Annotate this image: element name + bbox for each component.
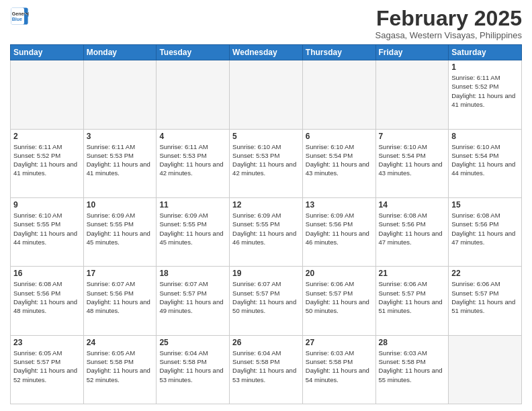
day-info: Sunrise: 6:07 AM Sunset: 5:57 PM Dayligh… xyxy=(159,279,226,315)
day-info: Sunrise: 6:09 AM Sunset: 5:55 PM Dayligh… xyxy=(232,211,300,246)
calendar-cell: 6Sunrise: 6:10 AM Sunset: 5:54 PM Daylig… xyxy=(302,129,375,197)
calendar-cell: 20Sunrise: 6:06 AM Sunset: 5:57 PM Dayli… xyxy=(302,267,375,335)
svg-text:Blue: Blue xyxy=(12,17,22,21)
calendar-cell: 10Sunrise: 6:09 AM Sunset: 5:55 PM Dayli… xyxy=(83,197,157,266)
day-number: 13 xyxy=(306,200,373,210)
day-info: Sunrise: 6:08 AM Sunset: 5:56 PM Dayligh… xyxy=(451,211,519,246)
calendar-cell: 25Sunrise: 6:04 AM Sunset: 5:58 PM Dayli… xyxy=(157,335,230,404)
calendar-week-0: 1Sunrise: 6:11 AM Sunset: 5:52 PM Daylig… xyxy=(11,60,522,129)
day-number: 10 xyxy=(87,200,154,210)
calendar-cell: 11Sunrise: 6:09 AM Sunset: 5:55 PM Dayli… xyxy=(157,197,230,266)
day-number: 4 xyxy=(159,132,226,141)
calendar-cell: 5Sunrise: 6:10 AM Sunset: 5:53 PM Daylig… xyxy=(230,129,303,197)
day-info: Sunrise: 6:11 AM Sunset: 5:53 PM Dayligh… xyxy=(87,142,154,178)
day-info: Sunrise: 6:10 AM Sunset: 5:54 PM Dayligh… xyxy=(306,142,373,178)
day-info: Sunrise: 6:06 AM Sunset: 5:57 PM Dayligh… xyxy=(379,279,446,315)
day-info: Sunrise: 6:07 AM Sunset: 5:56 PM Dayligh… xyxy=(87,279,154,315)
calendar-cell: 26Sunrise: 6:04 AM Sunset: 5:58 PM Dayli… xyxy=(230,335,303,404)
calendar-cell: 22Sunrise: 6:06 AM Sunset: 5:57 PM Dayli… xyxy=(449,267,522,335)
day-info: Sunrise: 6:11 AM Sunset: 5:53 PM Dayligh… xyxy=(159,142,226,178)
day-number: 6 xyxy=(306,132,373,141)
day-number: 20 xyxy=(306,269,373,278)
calendar-cell: 23Sunrise: 6:05 AM Sunset: 5:57 PM Dayli… xyxy=(11,335,84,404)
calendar-header-saturday: Saturday xyxy=(449,45,522,60)
logo-icon: General Blue xyxy=(10,7,29,26)
calendar-cell xyxy=(157,60,230,129)
calendar-cell xyxy=(375,60,449,129)
day-info: Sunrise: 6:08 AM Sunset: 5:56 PM Dayligh… xyxy=(379,211,446,246)
calendar-cell: 14Sunrise: 6:08 AM Sunset: 5:56 PM Dayli… xyxy=(375,197,449,266)
header: General Blue February 2025 Sagasa, Weste… xyxy=(10,7,522,40)
day-info: Sunrise: 6:09 AM Sunset: 5:56 PM Dayligh… xyxy=(306,211,373,246)
day-number: 14 xyxy=(379,200,446,210)
day-number: 2 xyxy=(13,132,81,141)
calendar-cell: 15Sunrise: 6:08 AM Sunset: 5:56 PM Dayli… xyxy=(449,197,522,266)
day-number: 1 xyxy=(451,62,519,72)
day-info: Sunrise: 6:07 AM Sunset: 5:57 PM Dayligh… xyxy=(232,279,300,315)
calendar-week-1: 2Sunrise: 6:11 AM Sunset: 5:52 PM Daylig… xyxy=(11,129,522,197)
calendar-cell xyxy=(83,60,157,129)
day-number: 9 xyxy=(13,200,81,210)
calendar-cell: 7Sunrise: 6:10 AM Sunset: 5:54 PM Daylig… xyxy=(375,129,449,197)
calendar-header-friday: Friday xyxy=(375,45,449,60)
calendar-cell: 3Sunrise: 6:11 AM Sunset: 5:53 PM Daylig… xyxy=(83,129,157,197)
calendar-header-sunday: Sunday xyxy=(11,45,84,60)
calendar-week-4: 23Sunrise: 6:05 AM Sunset: 5:57 PM Dayli… xyxy=(11,335,522,404)
calendar-cell: 16Sunrise: 6:08 AM Sunset: 5:56 PM Dayli… xyxy=(11,267,84,335)
page: General Blue February 2025 Sagasa, Weste… xyxy=(0,0,532,411)
calendar-week-3: 16Sunrise: 6:08 AM Sunset: 5:56 PM Dayli… xyxy=(11,267,522,335)
day-number: 23 xyxy=(13,338,81,347)
day-info: Sunrise: 6:10 AM Sunset: 5:54 PM Dayligh… xyxy=(379,142,446,178)
day-number: 16 xyxy=(13,269,81,278)
calendar-cell: 1Sunrise: 6:11 AM Sunset: 5:52 PM Daylig… xyxy=(449,60,522,129)
day-number: 11 xyxy=(159,200,226,210)
calendar-cell: 24Sunrise: 6:05 AM Sunset: 5:58 PM Dayli… xyxy=(83,335,157,404)
calendar-cell: 8Sunrise: 6:10 AM Sunset: 5:54 PM Daylig… xyxy=(449,129,522,197)
day-info: Sunrise: 6:10 AM Sunset: 5:54 PM Dayligh… xyxy=(451,142,519,178)
day-number: 22 xyxy=(451,269,519,278)
calendar-header-wednesday: Wednesday xyxy=(230,45,303,60)
calendar-header-thursday: Thursday xyxy=(302,45,375,60)
day-number: 12 xyxy=(232,200,300,210)
day-number: 24 xyxy=(87,338,154,347)
calendar-cell: 4Sunrise: 6:11 AM Sunset: 5:53 PM Daylig… xyxy=(157,129,230,197)
day-info: Sunrise: 6:09 AM Sunset: 5:55 PM Dayligh… xyxy=(159,211,226,246)
title-block: February 2025 Sagasa, Western Visayas, P… xyxy=(375,7,522,40)
day-info: Sunrise: 6:10 AM Sunset: 5:53 PM Dayligh… xyxy=(232,142,300,178)
month-title: February 2025 xyxy=(375,7,522,30)
calendar-cell: 21Sunrise: 6:06 AM Sunset: 5:57 PM Dayli… xyxy=(375,267,449,335)
day-number: 27 xyxy=(306,338,373,347)
day-info: Sunrise: 6:11 AM Sunset: 5:52 PM Dayligh… xyxy=(451,73,519,109)
day-number: 8 xyxy=(451,132,519,141)
day-number: 5 xyxy=(232,132,300,141)
day-info: Sunrise: 6:03 AM Sunset: 5:58 PM Dayligh… xyxy=(379,349,446,384)
day-info: Sunrise: 6:04 AM Sunset: 5:58 PM Dayligh… xyxy=(159,349,226,384)
day-info: Sunrise: 6:05 AM Sunset: 5:57 PM Dayligh… xyxy=(13,349,81,384)
day-number: 3 xyxy=(87,132,154,141)
calendar-cell xyxy=(230,60,303,129)
calendar-cell: 17Sunrise: 6:07 AM Sunset: 5:56 PM Dayli… xyxy=(83,267,157,335)
calendar-header-monday: Monday xyxy=(83,45,157,60)
day-number: 19 xyxy=(232,269,300,278)
day-number: 17 xyxy=(87,269,154,278)
day-info: Sunrise: 6:06 AM Sunset: 5:57 PM Dayligh… xyxy=(306,279,373,315)
day-info: Sunrise: 6:06 AM Sunset: 5:57 PM Dayligh… xyxy=(451,279,519,315)
calendar-cell xyxy=(11,60,84,129)
calendar-cell: 28Sunrise: 6:03 AM Sunset: 5:58 PM Dayli… xyxy=(375,335,449,404)
calendar-cell: 12Sunrise: 6:09 AM Sunset: 5:55 PM Dayli… xyxy=(230,197,303,266)
day-info: Sunrise: 6:10 AM Sunset: 5:55 PM Dayligh… xyxy=(13,211,81,246)
calendar-table: SundayMondayTuesdayWednesdayThursdayFrid… xyxy=(10,44,522,404)
day-info: Sunrise: 6:11 AM Sunset: 5:52 PM Dayligh… xyxy=(13,142,81,178)
day-number: 15 xyxy=(451,200,519,210)
day-info: Sunrise: 6:05 AM Sunset: 5:58 PM Dayligh… xyxy=(87,349,154,384)
calendar-cell: 13Sunrise: 6:09 AM Sunset: 5:56 PM Dayli… xyxy=(302,197,375,266)
calendar-cell: 9Sunrise: 6:10 AM Sunset: 5:55 PM Daylig… xyxy=(11,197,84,266)
calendar-cell xyxy=(302,60,375,129)
day-number: 18 xyxy=(159,269,226,278)
day-info: Sunrise: 6:09 AM Sunset: 5:55 PM Dayligh… xyxy=(87,211,154,246)
svg-rect-2 xyxy=(11,7,24,24)
location-subtitle: Sagasa, Western Visayas, Philippines xyxy=(375,30,522,40)
day-info: Sunrise: 6:04 AM Sunset: 5:58 PM Dayligh… xyxy=(232,349,300,384)
calendar-cell: 19Sunrise: 6:07 AM Sunset: 5:57 PM Dayli… xyxy=(230,267,303,335)
calendar-cell: 2Sunrise: 6:11 AM Sunset: 5:52 PM Daylig… xyxy=(11,129,84,197)
